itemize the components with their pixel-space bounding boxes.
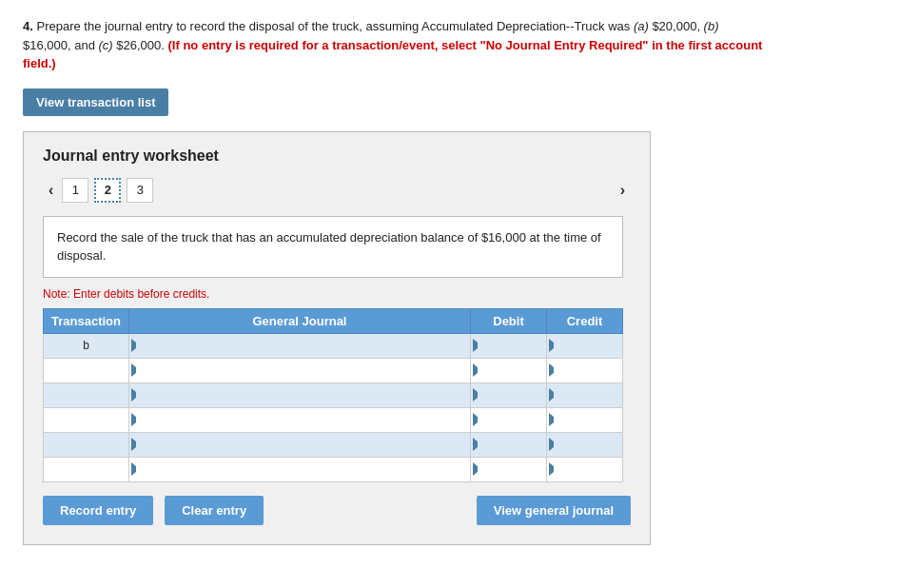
table-row-transaction-0: b (44, 333, 129, 358)
debit-input-4[interactable] (475, 438, 542, 451)
table-row-credit-1[interactable] (547, 358, 623, 382)
buttons-row: Record entry Clear entry View general jo… (43, 496, 631, 525)
debit-input-3[interactable] (475, 413, 542, 426)
col-general-journal: General Journal (129, 308, 471, 333)
record-entry-button[interactable]: Record entry (43, 496, 153, 525)
credit-input-4[interactable] (551, 438, 618, 451)
debit-input-0[interactable] (475, 339, 542, 352)
debit-input-5[interactable] (475, 462, 542, 476)
table-row-credit-3[interactable] (547, 407, 623, 432)
credit-input-0[interactable] (551, 339, 618, 352)
table-row-journal-0[interactable] (129, 333, 471, 358)
description-text: Record the sale of the truck that has an… (57, 230, 601, 264)
table-row-journal-1[interactable] (129, 358, 471, 382)
journal-input-5[interactable] (133, 462, 466, 476)
credit-input-3[interactable] (551, 413, 618, 426)
table-row-debit-4[interactable] (471, 432, 547, 457)
col-debit: Debit (471, 308, 547, 333)
view-transaction-button[interactable]: View transaction list (23, 88, 168, 116)
table-row-debit-2[interactable] (471, 382, 547, 407)
credit-input-1[interactable] (551, 363, 618, 377)
col-credit: Credit (547, 308, 623, 333)
description-box: Record the sale of the truck that has an… (43, 216, 623, 278)
table-row-debit-3[interactable] (471, 407, 547, 432)
table-row-transaction-2 (44, 382, 129, 407)
journal-table: Transaction General Journal Debit Credit… (43, 308, 623, 482)
instruction-text: (If no entry is required for a transacti… (23, 38, 762, 71)
part-c-label: (c) (99, 38, 113, 52)
tab-3[interactable]: 3 (127, 178, 153, 203)
journal-input-4[interactable] (133, 438, 466, 451)
journal-input-3[interactable] (133, 413, 466, 426)
table-row-transaction-3 (44, 407, 129, 432)
table-row-debit-5[interactable] (471, 457, 547, 481)
journal-input-1[interactable] (133, 363, 466, 377)
debit-input-2[interactable] (475, 388, 542, 402)
tabs-row: ‹ 1 2 3 › (43, 178, 631, 203)
journal-input-0[interactable] (133, 339, 466, 352)
table-row-debit-1[interactable] (471, 358, 547, 382)
debit-input-1[interactable] (475, 363, 542, 377)
worksheet-title: Journal entry worksheet (43, 147, 631, 165)
tab-2[interactable]: 2 (94, 178, 121, 203)
prev-tab-arrow[interactable]: ‹ (43, 180, 59, 201)
part-a-label: (a) (634, 19, 649, 33)
question-text: 4. Prepare the journal entry to record t… (23, 17, 765, 73)
table-row-transaction-4 (44, 432, 129, 457)
table-row-journal-3[interactable] (129, 407, 471, 432)
part-b-label: (b) (704, 19, 719, 33)
journal-input-2[interactable] (133, 388, 466, 402)
next-tab-arrow[interactable]: › (615, 180, 631, 201)
table-row-credit-5[interactable] (547, 457, 623, 481)
view-general-journal-button[interactable]: View general journal (477, 496, 631, 525)
table-row-transaction-1 (44, 358, 129, 382)
table-row-credit-0[interactable] (547, 333, 623, 358)
note-text: Note: Enter debits before credits. (43, 287, 631, 301)
clear-entry-button[interactable]: Clear entry (165, 496, 264, 525)
credit-input-2[interactable] (551, 388, 618, 402)
table-row-credit-4[interactable] (547, 432, 623, 457)
table-row-transaction-5 (44, 457, 129, 481)
col-transaction: Transaction (44, 308, 129, 333)
tab-1[interactable]: 1 (62, 178, 88, 203)
worksheet-container: Journal entry worksheet ‹ 1 2 3 › Record… (23, 131, 651, 545)
table-row-credit-2[interactable] (547, 382, 623, 407)
table-row-journal-5[interactable] (129, 457, 471, 481)
credit-input-5[interactable] (551, 462, 618, 476)
table-row-journal-2[interactable] (129, 382, 471, 407)
question-number: 4. (23, 19, 33, 33)
table-row-journal-4[interactable] (129, 432, 471, 457)
table-row-debit-0[interactable] (471, 333, 547, 358)
